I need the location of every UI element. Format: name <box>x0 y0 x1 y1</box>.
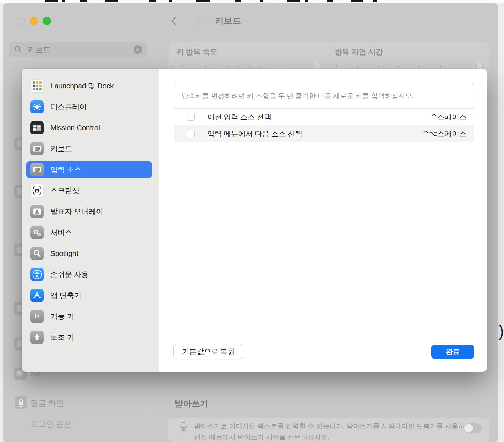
mission-control-icon <box>30 121 44 134</box>
keyboard-shortcuts-sheet: Launchpad 및 Dock <box>22 69 487 372</box>
app-store-icon <box>30 289 44 302</box>
shortcut-keys[interactable]: ^스페이스 <box>431 112 467 122</box>
minimize-button[interactable] <box>30 17 38 25</box>
footer-divider <box>159 330 487 330</box>
clear-search-icon[interactable]: ✕ <box>134 45 142 54</box>
sheet-content: 단축키를 변경하려면 키 조합을 두 번 클릭한 다음 새로운 키를 입력하십시… <box>159 69 487 372</box>
display-icon <box>30 100 44 113</box>
sidebar-item-launchpad-dock[interactable]: Launchpad 및 Dock <box>26 78 152 94</box>
sidebar-item-app-shortcuts[interactable]: 앱 단축키 <box>26 287 152 304</box>
zoom-button[interactable] <box>43 17 51 25</box>
sidebar-item-label: 보조 키 <box>50 332 74 342</box>
shortcut-label: 이전 입력 소스 선택 <box>207 112 271 122</box>
microphone-icon <box>178 421 189 439</box>
sidebar-item-label: 손쉬운 사용 <box>50 270 89 279</box>
lock-screen-icon <box>15 396 27 409</box>
sidebar-item-label: Spotlight <box>50 249 78 258</box>
screenshot-icon <box>30 184 44 197</box>
fn-key-icon: fn <box>30 310 44 323</box>
search-input[interactable] <box>27 42 126 58</box>
restore-defaults-button[interactable]: 기본값으로 복원 <box>173 344 243 359</box>
sidebar-item-label: 키보드 <box>50 144 72 154</box>
dictation-description-line1: 받아쓰기로 어디서든 텍스트를 입력할 수 있습니다. 받아쓰기를 시작하려면 … <box>194 422 478 431</box>
shortcut-row[interactable]: 이전 입력 소스 선택 ^스페이스 <box>174 109 474 125</box>
page-title: 키보드 <box>215 15 241 27</box>
sidebar-item-input-sources[interactable]: 입력 소스 <box>26 161 152 178</box>
dictation-toggle[interactable] <box>464 423 482 433</box>
sidebar-item-label: 스크린샷 <box>50 186 79 196</box>
sidebar-item-label: 기능 키 <box>50 311 74 321</box>
sidebar-item-display[interactable]: 디스플레이 <box>26 98 152 115</box>
screen: ) ✕ 키보드 키 반복 속도 반복 지연 시간 <box>0 0 504 442</box>
sheet-sidebar: Launchpad 및 Dock <box>22 69 159 372</box>
shift-arrow-icon <box>30 331 44 344</box>
input-sources-icon <box>30 163 44 176</box>
sidebar-item-label: 서비스 <box>50 228 72 237</box>
sidebar-item-keyboard[interactable]: 키보드 <box>26 140 152 157</box>
shortcut-checkbox[interactable] <box>187 130 195 138</box>
shortcut-keys[interactable]: ^⌥스페이스 <box>423 129 467 139</box>
search-icon <box>14 46 22 53</box>
keyboard-icon <box>30 142 44 155</box>
close-button[interactable] <box>17 17 25 25</box>
dictation-description-line2: 편집 메뉴에서 받아쓰기 시작을 선택하십시오. <box>194 433 329 442</box>
launchpad-dock-icon <box>30 79 44 93</box>
shortcut-checkbox[interactable] <box>187 113 195 121</box>
sidebar-item-label: Mission Control <box>50 124 100 132</box>
shortcuts-table: 단축키를 변경하려면 키 조합을 두 번 클릭한 다음 새로운 키를 입력하십시… <box>174 83 474 142</box>
sidebar-item-spotlight[interactable]: Spotlight <box>26 245 152 262</box>
search-field[interactable]: ✕ <box>9 42 147 57</box>
sidebar-item-services[interactable]: 서비스 <box>26 224 152 241</box>
sidebar-item-screenshots[interactable]: 스크린샷 <box>26 182 152 199</box>
spotlight-icon <box>30 247 44 260</box>
dictation-card: 받아쓰기로 어디서든 텍스트를 입력할 수 있습니다. 받아쓰기를 시작하려면 … <box>168 418 489 442</box>
sidebar-item-label: 앱 단축키 <box>50 290 81 300</box>
sidebar-item-modifier-keys[interactable]: 보조 키 <box>26 329 152 346</box>
sidebar-item-accessibility[interactable]: 손쉬운 사용 <box>26 266 152 283</box>
repeat-delay-label: 반복 지연 시간 <box>335 47 383 57</box>
services-gears-icon <box>30 226 44 239</box>
sidebar-item-function-keys[interactable]: fn 기능 키 <box>26 308 152 325</box>
sidebar-item-label: Launchpad 및 Dock <box>50 81 114 91</box>
sidebar-item-presenter-overlay[interactable]: 발표자 오버레이 <box>26 203 152 220</box>
sidebar-item-label: 발표자 오버레이 <box>50 207 103 216</box>
sidebar-item-label: 입력 소스 <box>50 165 81 175</box>
presenter-overlay-icon <box>30 205 44 218</box>
shortcut-row[interactable]: 입력 메뉴에서 다음 소스 선택 ^⌥스페이스 <box>174 125 474 142</box>
shortcut-label: 입력 메뉴에서 다음 소스 선택 <box>207 129 302 139</box>
key-repeat-label: 키 반복 속도 <box>177 47 217 57</box>
sidebar-item-lock-screen[interactable]: 잠금 화면 <box>31 398 64 408</box>
forward-chevron-icon[interactable] <box>194 16 203 26</box>
desktop-text-fragment: ) <box>498 321 504 340</box>
sidebar-item-mission-control[interactable]: Mission Control <box>26 119 152 136</box>
accessibility-icon <box>30 268 44 281</box>
back-chevron-icon[interactable] <box>170 16 179 26</box>
instruction-text: 단축키를 변경하려면 키 조합을 두 번 클릭한 다음 새로운 키를 입력하십시… <box>174 83 474 109</box>
sidebar-item-login-options[interactable]: 로그인 옵션 <box>31 419 71 429</box>
sidebar-item-label: 디스플레이 <box>50 102 87 112</box>
done-button[interactable]: 완료 <box>431 345 474 359</box>
desktop-text-fragment-strip <box>0 0 504 3</box>
dictation-heading: 받아쓰기 <box>175 398 208 409</box>
